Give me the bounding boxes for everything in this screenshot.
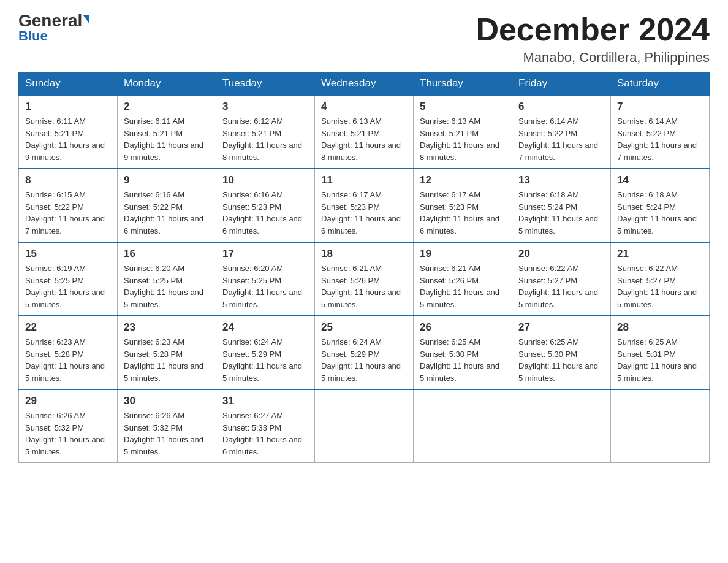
day-number: 22 (25, 321, 111, 334)
calendar-cell: 22 Sunrise: 6:23 AMSunset: 5:28 PMDaylig… (19, 316, 118, 389)
day-info: Sunrise: 6:15 AMSunset: 5:22 PMDaylight:… (25, 189, 111, 237)
day-info: Sunrise: 6:11 AMSunset: 5:21 PMDaylight:… (124, 115, 210, 163)
logo-bottom: Blue (18, 28, 48, 44)
day-number: 25 (321, 321, 407, 334)
week-row-5: 29 Sunrise: 6:26 AMSunset: 5:32 PMDaylig… (19, 389, 710, 463)
day-number: 4 (321, 101, 407, 113)
calendar-cell: 8 Sunrise: 6:15 AMSunset: 5:22 PMDayligh… (19, 169, 118, 242)
day-info: Sunrise: 6:25 AMSunset: 5:31 PMDaylight:… (617, 336, 703, 384)
day-info: Sunrise: 6:18 AMSunset: 5:24 PMDaylight:… (518, 189, 604, 237)
calendar-cell (414, 389, 512, 463)
col-friday: Friday (512, 72, 611, 96)
calendar-cell: 1 Sunrise: 6:11 AMSunset: 5:21 PMDayligh… (19, 95, 118, 169)
day-info: Sunrise: 6:19 AMSunset: 5:25 PMDaylight:… (25, 262, 111, 310)
calendar-cell: 19 Sunrise: 6:21 AMSunset: 5:26 PMDaylig… (414, 242, 512, 316)
calendar-cell: 13 Sunrise: 6:18 AMSunset: 5:24 PMDaylig… (512, 169, 611, 242)
col-sunday: Sunday (19, 72, 118, 96)
day-number: 11 (321, 174, 407, 186)
calendar-cell: 29 Sunrise: 6:26 AMSunset: 5:32 PMDaylig… (19, 389, 118, 463)
day-number: 29 (25, 395, 111, 407)
calendar-cell: 21 Sunrise: 6:22 AMSunset: 5:27 PMDaylig… (611, 242, 710, 316)
day-number: 6 (518, 101, 604, 113)
logo: General Blue (18, 12, 89, 44)
day-number: 10 (222, 174, 308, 186)
col-tuesday: Tuesday (216, 72, 315, 96)
location-title: Manabo, Cordillera, Philippines (476, 50, 710, 66)
day-number: 8 (25, 174, 111, 186)
day-info: Sunrise: 6:25 AMSunset: 5:30 PMDaylight:… (518, 336, 604, 384)
calendar-cell: 3 Sunrise: 6:12 AMSunset: 5:21 PMDayligh… (216, 95, 315, 169)
calendar-table: Sunday Monday Tuesday Wednesday Thursday… (18, 72, 710, 463)
day-number: 23 (124, 321, 210, 334)
col-saturday: Saturday (611, 72, 710, 96)
day-info: Sunrise: 6:18 AMSunset: 5:24 PMDaylight:… (617, 189, 703, 237)
day-info: Sunrise: 6:20 AMSunset: 5:25 PMDaylight:… (222, 262, 308, 310)
calendar-cell: 24 Sunrise: 6:24 AMSunset: 5:29 PMDaylig… (216, 316, 315, 389)
day-info: Sunrise: 6:12 AMSunset: 5:21 PMDaylight:… (222, 115, 308, 163)
day-number: 24 (222, 321, 308, 334)
day-number: 21 (617, 248, 703, 260)
calendar-cell: 28 Sunrise: 6:25 AMSunset: 5:31 PMDaylig… (611, 316, 710, 389)
calendar-cell: 25 Sunrise: 6:24 AMSunset: 5:29 PMDaylig… (315, 316, 414, 389)
day-info: Sunrise: 6:14 AMSunset: 5:22 PMDaylight:… (617, 115, 703, 163)
col-monday: Monday (118, 72, 216, 96)
day-number: 15 (25, 248, 111, 260)
day-info: Sunrise: 6:23 AMSunset: 5:28 PMDaylight:… (25, 336, 111, 384)
calendar-cell: 4 Sunrise: 6:13 AMSunset: 5:21 PMDayligh… (315, 95, 414, 169)
day-info: Sunrise: 6:16 AMSunset: 5:23 PMDaylight:… (222, 189, 308, 237)
logo-top: General (18, 12, 89, 29)
day-info: Sunrise: 6:11 AMSunset: 5:21 PMDaylight:… (25, 115, 111, 163)
calendar-cell: 20 Sunrise: 6:22 AMSunset: 5:27 PMDaylig… (512, 242, 611, 316)
calendar-cell: 27 Sunrise: 6:25 AMSunset: 5:30 PMDaylig… (512, 316, 611, 389)
day-number: 12 (420, 174, 506, 186)
day-number: 13 (518, 174, 604, 186)
day-info: Sunrise: 6:13 AMSunset: 5:21 PMDaylight:… (321, 115, 407, 163)
calendar-cell: 15 Sunrise: 6:19 AMSunset: 5:25 PMDaylig… (19, 242, 118, 316)
day-info: Sunrise: 6:21 AMSunset: 5:26 PMDaylight:… (420, 262, 506, 310)
day-info: Sunrise: 6:26 AMSunset: 5:32 PMDaylight:… (124, 410, 210, 458)
col-thursday: Thursday (414, 72, 512, 96)
day-number: 26 (420, 321, 506, 334)
day-info: Sunrise: 6:14 AMSunset: 5:22 PMDaylight:… (518, 115, 604, 163)
calendar-cell: 26 Sunrise: 6:25 AMSunset: 5:30 PMDaylig… (414, 316, 512, 389)
day-info: Sunrise: 6:17 AMSunset: 5:23 PMDaylight:… (420, 189, 506, 237)
day-info: Sunrise: 6:26 AMSunset: 5:32 PMDaylight:… (25, 410, 111, 458)
day-number: 1 (25, 101, 111, 113)
day-number: 28 (617, 321, 703, 334)
calendar-cell: 11 Sunrise: 6:17 AMSunset: 5:23 PMDaylig… (315, 169, 414, 242)
day-number: 30 (124, 395, 210, 407)
calendar-cell (611, 389, 710, 463)
col-wednesday: Wednesday (315, 72, 414, 96)
day-number: 9 (124, 174, 210, 186)
calendar-cell: 7 Sunrise: 6:14 AMSunset: 5:22 PMDayligh… (611, 95, 710, 169)
day-number: 19 (420, 248, 506, 260)
day-number: 20 (518, 248, 604, 260)
day-number: 2 (124, 101, 210, 113)
calendar-cell: 14 Sunrise: 6:18 AMSunset: 5:24 PMDaylig… (611, 169, 710, 242)
calendar-cell (315, 389, 414, 463)
calendar-cell: 18 Sunrise: 6:21 AMSunset: 5:26 PMDaylig… (315, 242, 414, 316)
day-info: Sunrise: 6:27 AMSunset: 5:33 PMDaylight:… (222, 410, 308, 458)
calendar-cell: 23 Sunrise: 6:23 AMSunset: 5:28 PMDaylig… (118, 316, 216, 389)
day-info: Sunrise: 6:20 AMSunset: 5:25 PMDaylight:… (124, 262, 210, 310)
day-number: 31 (222, 395, 308, 407)
day-number: 27 (518, 321, 604, 334)
day-info: Sunrise: 6:13 AMSunset: 5:21 PMDaylight:… (420, 115, 506, 163)
page-header: General Blue December 2024 Manabo, Cordi… (18, 12, 710, 66)
title-area: December 2024 Manabo, Cordillera, Philip… (476, 12, 710, 66)
calendar-cell: 6 Sunrise: 6:14 AMSunset: 5:22 PMDayligh… (512, 95, 611, 169)
week-row-3: 15 Sunrise: 6:19 AMSunset: 5:25 PMDaylig… (19, 242, 710, 316)
day-number: 7 (617, 101, 703, 113)
day-info: Sunrise: 6:24 AMSunset: 5:29 PMDaylight:… (321, 336, 407, 384)
week-row-1: 1 Sunrise: 6:11 AMSunset: 5:21 PMDayligh… (19, 95, 710, 169)
month-title: December 2024 (476, 12, 710, 47)
day-info: Sunrise: 6:22 AMSunset: 5:27 PMDaylight:… (518, 262, 604, 310)
day-info: Sunrise: 6:23 AMSunset: 5:28 PMDaylight:… (124, 336, 210, 384)
logo-triangle-icon (83, 15, 89, 24)
calendar-cell: 30 Sunrise: 6:26 AMSunset: 5:32 PMDaylig… (118, 389, 216, 463)
calendar-cell: 17 Sunrise: 6:20 AMSunset: 5:25 PMDaylig… (216, 242, 315, 316)
day-info: Sunrise: 6:22 AMSunset: 5:27 PMDaylight:… (617, 262, 703, 310)
calendar-cell: 5 Sunrise: 6:13 AMSunset: 5:21 PMDayligh… (414, 95, 512, 169)
day-number: 14 (617, 174, 703, 186)
calendar-cell (512, 389, 611, 463)
